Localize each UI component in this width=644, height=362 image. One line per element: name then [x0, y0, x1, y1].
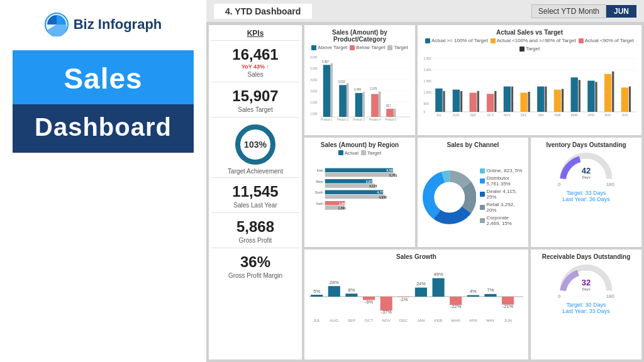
- p2-target-bar: [347, 84, 349, 118]
- svg-text:5,567: 5,567: [387, 168, 395, 172]
- dashboard-tab-title: 4. YTD Dashboard: [214, 4, 312, 19]
- svg-text:FEB: FEB: [435, 319, 442, 323]
- legend-below: Below Target: [350, 45, 385, 50]
- legend-target: Target: [387, 45, 408, 50]
- kpi-section-title: KPIs: [247, 29, 264, 38]
- svg-text:MAY: MAY: [605, 113, 611, 116]
- legend-actual-100-dot: [425, 38, 430, 43]
- product-chart-title: Sales (Amount) by Product/Category: [309, 29, 410, 43]
- legend-actual-100: Actual >= 100% of Target: [425, 38, 488, 43]
- kpi-grossprofit-label: Gross Profit: [214, 237, 297, 244]
- legend-actual-90-100-dot: [491, 38, 496, 43]
- svg-rect-57: [545, 87, 547, 112]
- svg-text:5,761: 5,761: [389, 173, 397, 177]
- p1-target-bar: [330, 63, 333, 117]
- actual-vs-target-svg: 2,500 2,000 1,500 1,000 500 0 JUL: [423, 53, 636, 116]
- svg-rect-63: [579, 80, 580, 112]
- topbar: 4. YTD Dashboard Select YTD Month JUN: [206, 0, 644, 23]
- brand-label: Biz Biz InfographInfograph: [74, 16, 162, 33]
- svg-text:-37%: -37%: [381, 310, 392, 315]
- svg-text:SEP: SEP: [470, 113, 476, 116]
- svg-rect-41: [453, 90, 460, 112]
- legend-actual-region-dot: [338, 150, 343, 155]
- product-chart-legend: Above Target Below Target Target: [309, 45, 410, 50]
- svg-text:MAR: MAR: [452, 319, 461, 323]
- receivable-gauge-labels: 0 180: [558, 293, 614, 299]
- ytd-selector[interactable]: Select YTD Month JUN: [531, 4, 636, 18]
- svg-text:0: 0: [424, 110, 426, 114]
- svg-text:5%: 5%: [313, 289, 320, 295]
- kpi-sales-yoy: YoY 43% ↑: [214, 63, 297, 70]
- svg-text:JUL: JUL: [436, 113, 442, 116]
- svg-text:1,646: 1,646: [339, 201, 347, 205]
- legend-retail: Retail 3,292, 20%: [480, 202, 523, 213]
- p3-above-bar: [355, 93, 363, 117]
- svg-text:Noth: Noth: [316, 201, 323, 205]
- svg-rect-53: [520, 93, 527, 112]
- svg-rect-80: [325, 179, 372, 184]
- svg-rect-71: [621, 87, 628, 112]
- kpi-target-block: 15,907 Sales Target: [211, 82, 299, 117]
- svg-text:2,496: 2,496: [354, 87, 361, 91]
- legend-target2: Target: [519, 46, 540, 52]
- legend-distributor: Distributor 5,761 35%: [480, 175, 523, 187]
- region-legend: Actual Target: [309, 150, 410, 156]
- select-ytd-value[interactable]: JUN: [606, 5, 636, 18]
- svg-rect-69: [612, 72, 614, 112]
- svg-rect-65: [587, 80, 594, 112]
- inventory-targets: Target: 33 Days Last Year: 36 Days: [562, 190, 610, 202]
- legend-actual-lt90-dot: [579, 38, 584, 43]
- channel-chart: Sales by Channel Onl: [418, 138, 528, 248]
- sales-growth-chart: Sales Growth 5% JUL 28% AUG 8% SEP: [304, 250, 528, 359]
- sidebar: Biz Biz InfographInfograph Sales Dashboa…: [0, 0, 206, 362]
- kpi-sales-value: 16,461: [214, 46, 297, 63]
- kpi-sales-block: 16,461 YoY 43% ↑ Sales: [211, 40, 299, 82]
- svg-text:DEC: DEC: [399, 319, 408, 323]
- svg-text:2,000: 2,000: [424, 68, 431, 72]
- svg-text:3,253: 3,253: [338, 79, 345, 84]
- svg-text:49%: 49%: [434, 272, 443, 278]
- growth-bar-sep: [345, 294, 357, 297]
- actual-vs-target-title: Actual Sales vs Target: [423, 29, 636, 36]
- svg-text:500: 500: [424, 102, 429, 106]
- inventory-lastyear: Last Year: 36 Days: [562, 196, 610, 202]
- svg-text:DEC: DEC: [521, 113, 527, 116]
- svg-text:1,500: 1,500: [424, 79, 431, 84]
- svg-text:Product 1: Product 1: [321, 117, 333, 121]
- p1-above-bar: [323, 65, 331, 117]
- kpi-lastyear-label: Sales Last Year: [214, 202, 297, 209]
- inventory-title: Iventory Days Outstanding: [546, 141, 626, 148]
- svg-rect-54: [528, 92, 530, 112]
- svg-text:Product 5: Product 5: [385, 117, 397, 121]
- dashboard-title: Dashboard: [13, 104, 194, 153]
- kpi-margin-value: 36%: [214, 253, 297, 271]
- svg-text:Product 4: Product 4: [369, 117, 381, 121]
- svg-rect-44: [469, 93, 476, 112]
- select-ytd-label[interactable]: Select YTD Month: [531, 4, 606, 18]
- legend-actual-region: Actual: [338, 150, 358, 156]
- svg-text:8%: 8%: [348, 288, 355, 293]
- actual-vs-target-legend: Actual >= 100% of Target Actual <100% an…: [423, 38, 636, 52]
- growth-title: Sales Growth: [309, 253, 523, 260]
- p5-target-bar: [394, 109, 396, 117]
- svg-text:FEB: FEB: [555, 113, 561, 116]
- growth-bar-feb: [433, 278, 445, 297]
- svg-text:32: 32: [582, 278, 591, 288]
- svg-rect-59: [554, 90, 561, 112]
- dashboard-grid: KPIs 16,461 YoY 43% ↑ Sales 15,907 Sales…: [206, 23, 644, 362]
- svg-rect-38: [435, 89, 442, 112]
- svg-text:South: South: [315, 190, 323, 194]
- svg-text:AUG: AUG: [453, 113, 459, 116]
- receivable-title: Receivable Days Outstanding: [542, 253, 631, 260]
- svg-rect-51: [511, 87, 513, 112]
- brand-icon: [45, 13, 69, 36]
- svg-rect-47: [487, 94, 494, 112]
- svg-text:4%: 4%: [470, 289, 477, 295]
- receivable-days-panel: Receivable Days Outstanding 32 Days 0 18…: [531, 250, 641, 359]
- svg-text:-21%: -21%: [502, 304, 514, 310]
- legend-online: Online, 823, 5%: [480, 168, 523, 173]
- legend-actual-90-100: Actual <100% and >=90% of Target: [491, 38, 576, 43]
- svg-text:JAN: JAN: [538, 113, 543, 116]
- svg-text:5,000: 5,000: [310, 66, 317, 70]
- svg-rect-45: [477, 91, 479, 112]
